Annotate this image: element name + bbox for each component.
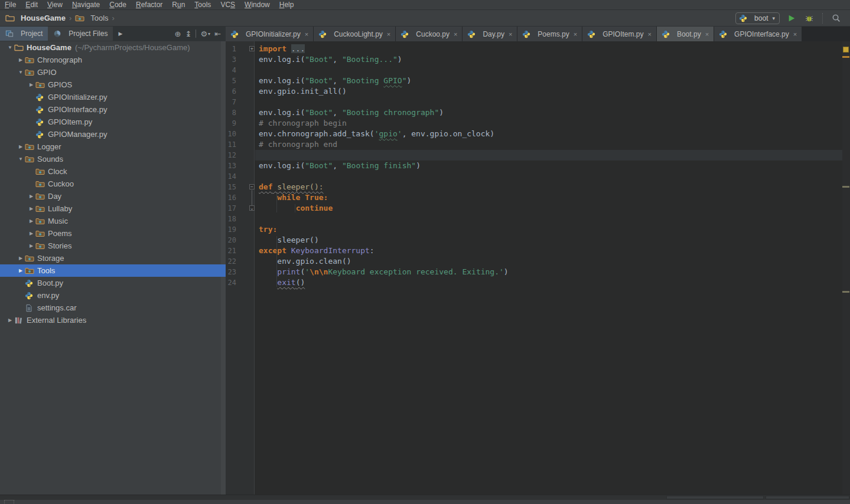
tree-item-gpiointerface-py[interactable]: GPIOInterface.py bbox=[0, 103, 226, 116]
settings-gear-button[interactable]: ⚙▾ bbox=[200, 30, 210, 38]
editor-tab-gpioitem-py[interactable]: GPIOItem.py× bbox=[582, 27, 657, 41]
fold-end-icon[interactable]: ⌄ bbox=[249, 205, 255, 211]
tree-item-logger[interactable]: ▶Logger bbox=[0, 140, 226, 153]
menu-item-code[interactable]: Code bbox=[105, 0, 131, 9]
tree-item-housegame[interactable]: ▼HouseGame(~/PycharmProjects/HouseGame) bbox=[0, 41, 226, 54]
error-stripe-mark[interactable] bbox=[842, 186, 849, 188]
editor-tab-gpioinitializer-py[interactable]: GPIOInitializer.py× bbox=[226, 27, 314, 41]
tree-item-lullaby[interactable]: ▶Lullaby bbox=[0, 202, 226, 215]
code-line-15[interactable]: def sleeper(): bbox=[255, 182, 842, 192]
run-button[interactable] bbox=[786, 12, 797, 24]
editor-tab-day-py[interactable]: Day.py× bbox=[463, 27, 517, 41]
tree-item-music[interactable]: ▶Music bbox=[0, 215, 226, 227]
code-line-24[interactable]: exit() bbox=[255, 277, 842, 288]
chevron-collapsed-icon[interactable]: ▶ bbox=[17, 268, 25, 273]
code-line-21[interactable]: except KeyboardInterrupt: bbox=[255, 246, 842, 256]
tree-item-env-py[interactable]: env.py bbox=[0, 289, 226, 302]
tree-item-clock[interactable]: Clock bbox=[0, 165, 226, 178]
code-line-18[interactable] bbox=[255, 214, 842, 224]
menu-item-vcs[interactable]: VCS bbox=[216, 0, 240, 9]
chevron-collapsed-icon[interactable]: ▶ bbox=[27, 206, 35, 211]
tree-item-settings-car[interactable]: settings.car bbox=[0, 302, 226, 314]
hide-panel-button[interactable]: ⇤ bbox=[214, 30, 221, 38]
code-area[interactable]: import ...env.log.i("Boot", "Booting..."… bbox=[255, 44, 842, 288]
tree-item-storage[interactable]: ▶Storage bbox=[0, 252, 226, 264]
panel-tab-project-files[interactable]: Project Files bbox=[48, 27, 113, 41]
chevron-expanded-icon[interactable]: ▼ bbox=[17, 70, 25, 75]
code-line-13[interactable]: env.log.i("Boot", "Booting finish") bbox=[255, 161, 842, 171]
hscrollbar-track[interactable] bbox=[0, 495, 850, 500]
expand-arrow-icon[interactable]: ▶ bbox=[113, 31, 128, 37]
chevron-collapsed-icon[interactable]: ▶ bbox=[27, 218, 35, 224]
close-tab-icon[interactable]: × bbox=[454, 31, 457, 38]
code-line-9[interactable]: # chronograph begin bbox=[255, 118, 842, 129]
editor-tab-poems-py[interactable]: Poems.py× bbox=[517, 27, 582, 41]
chevron-collapsed-icon[interactable]: ▶ bbox=[6, 318, 14, 323]
panel-tab-project[interactable]: Project bbox=[0, 27, 48, 41]
tree-item-sounds[interactable]: ▼Sounds bbox=[0, 153, 226, 165]
fold-minus-icon[interactable]: − bbox=[249, 184, 255, 189]
close-tab-icon[interactable]: × bbox=[648, 31, 652, 38]
locate-file-button[interactable]: ⊕ bbox=[175, 30, 181, 38]
code-line-8[interactable]: env.log.i("Boot", "Booting chronograph") bbox=[255, 107, 842, 118]
code-line-6[interactable]: env.gpio.init_all() bbox=[255, 86, 842, 97]
close-tab-icon[interactable]: × bbox=[705, 31, 709, 38]
code-line-10[interactable]: env.chronograph.add_task('gpio', env.gpi… bbox=[255, 129, 842, 139]
tree-item-gpiomanager-py[interactable]: GPIOManager.py bbox=[0, 128, 226, 140]
close-tab-icon[interactable]: × bbox=[509, 31, 512, 38]
chevron-collapsed-icon[interactable]: ▶ bbox=[17, 256, 25, 261]
debug-button[interactable] bbox=[803, 12, 815, 24]
close-tab-icon[interactable]: × bbox=[387, 31, 390, 38]
toolwindow-toggle-icon[interactable] bbox=[4, 500, 14, 504]
editor-tab-cuckoo-py[interactable]: Cuckoo.py× bbox=[396, 27, 463, 41]
code-line-20[interactable]: sleeper() bbox=[255, 235, 842, 246]
code-line-22[interactable]: env.gpio.clean() bbox=[255, 256, 842, 267]
chevron-collapsed-icon[interactable]: ▶ bbox=[27, 194, 35, 199]
editor-tab-cuckoolight-py[interactable]: CuckooLight.py× bbox=[314, 27, 396, 41]
tree-item-gpio[interactable]: ▼GPIO bbox=[0, 66, 226, 78]
error-stripe-mark[interactable] bbox=[842, 56, 849, 58]
code-line-16[interactable]: while True: bbox=[255, 192, 842, 203]
tree-item-stories[interactable]: ▶Stories bbox=[0, 240, 226, 252]
code-editor[interactable]: 13456789101112131415161718192021222324 i… bbox=[226, 41, 842, 495]
menu-item-window[interactable]: Window bbox=[240, 0, 275, 9]
project-tree-panel[interactable]: ▼HouseGame(~/PycharmProjects/HouseGame)▶… bbox=[0, 41, 226, 495]
chevron-collapsed-icon[interactable]: ▶ bbox=[17, 144, 25, 149]
code-line-12[interactable] bbox=[255, 150, 842, 161]
error-stripe-mark[interactable] bbox=[842, 291, 849, 293]
tree-item-chronograph[interactable]: ▶Chronograph bbox=[0, 54, 226, 66]
close-tab-icon[interactable]: × bbox=[793, 31, 797, 38]
search-everywhere-button[interactable] bbox=[830, 12, 842, 24]
tree-item-day[interactable]: ▶Day bbox=[0, 190, 226, 202]
chevron-expanded-icon[interactable]: ▼ bbox=[17, 156, 25, 162]
tree-item-external-libraries[interactable]: ▶External Libraries bbox=[0, 314, 226, 326]
menu-item-tools[interactable]: Tools bbox=[190, 0, 216, 9]
tree-item-gpios[interactable]: ▶GPIOS bbox=[0, 78, 226, 91]
menu-item-edit[interactable]: Edit bbox=[21, 0, 43, 9]
menu-item-run[interactable]: Run bbox=[167, 0, 190, 9]
breadcrumb-item-tools[interactable]: Tools bbox=[75, 14, 108, 23]
chevron-collapsed-icon[interactable]: ▶ bbox=[27, 243, 35, 248]
tree-item-cuckoo[interactable]: Cuckoo bbox=[0, 178, 226, 190]
inspection-status-indicator[interactable] bbox=[843, 47, 849, 53]
fold-plus-icon[interactable]: + bbox=[249, 46, 255, 51]
code-line-14[interactable] bbox=[255, 171, 842, 182]
close-tab-icon[interactable]: × bbox=[305, 31, 308, 38]
chevron-collapsed-icon[interactable]: ▶ bbox=[17, 57, 25, 63]
collapse-all-button[interactable]: ↨ bbox=[185, 30, 192, 38]
menu-item-file[interactable]: File bbox=[0, 0, 21, 9]
run-config-combo[interactable]: boot ▾ bbox=[735, 12, 780, 24]
code-line-5[interactable]: env.log.i("Boot", "Booting GPIO") bbox=[255, 76, 842, 86]
code-line-19[interactable]: try: bbox=[255, 224, 842, 235]
menu-item-navigate[interactable]: Navigate bbox=[67, 0, 105, 9]
code-line-7[interactable] bbox=[255, 97, 842, 107]
code-line-11[interactable]: # chronograph end bbox=[255, 139, 842, 150]
close-tab-icon[interactable]: × bbox=[574, 31, 577, 38]
breadcrumb-item-housegame[interactable]: HouseGame bbox=[5, 14, 66, 23]
chevron-collapsed-icon[interactable]: ▶ bbox=[27, 82, 35, 87]
tree-item-boot-py[interactable]: Boot.py bbox=[0, 277, 226, 289]
code-line-23[interactable]: print('\n\nKeyboard exception received. … bbox=[255, 267, 842, 277]
editor-tab-gpiointerface-py[interactable]: GPIOInterface.py× bbox=[714, 27, 802, 41]
menu-item-view[interactable]: View bbox=[43, 0, 67, 9]
tree-item-gpioinitializer-py[interactable]: GPIOInitializer.py bbox=[0, 91, 226, 103]
